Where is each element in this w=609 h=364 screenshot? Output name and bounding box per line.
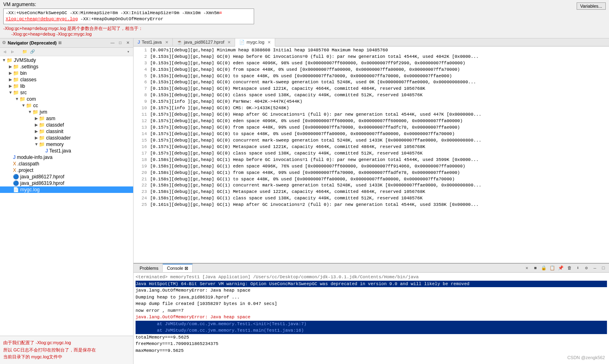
arrow-down-btn[interactable]: ⬇ <box>574 265 581 272</box>
line-number: 12 <box>136 118 147 125</box>
toggle-jvmstudy[interactable]: ▼ <box>2 58 6 62</box>
minimize-console-btn[interactable]: — <box>591 265 598 272</box>
bottom-tabs: Problems Console ⊠ ✕ ■ 🔒 📋 📌 🗑 ⬇ ⚙ — □ <box>134 264 609 273</box>
toggle-jvm[interactable]: ▼ <box>28 110 32 114</box>
stop-btn[interactable]: ■ <box>532 265 539 272</box>
maximize-icon[interactable]: □ <box>117 40 123 46</box>
tree-item-test1java[interactable]: J Test1.java <box>0 148 133 154</box>
java-file-icon: J <box>45 148 48 154</box>
tab-problems[interactable]: Problems <box>136 265 163 272</box>
tree-item-hprof1[interactable]: 🔵 java_pid86127.hprof <box>0 174 133 180</box>
tree-item-mygclog[interactable]: 📄 mygc.log <box>0 186 133 193</box>
tab-console[interactable]: Console ⊠ <box>163 264 192 272</box>
tree-item-asm[interactable]: ▶ 📁 asm <box>0 115 133 122</box>
minimize-icon[interactable]: — <box>109 40 116 46</box>
code-line: 4[0.153s][debug][gc,heap] GC(0) from spa… <box>134 67 609 73</box>
tree-item-hprof2[interactable]: 🔵 java_pid86319.hprof <box>0 180 133 186</box>
toggle-classdef[interactable]: ▶ <box>34 123 39 127</box>
toggle-src[interactable]: ▼ <box>8 90 13 95</box>
close-console-btn[interactable]: ✕ <box>523 265 530 272</box>
tree-item-classdef[interactable]: ▶ 📁 classdef <box>0 122 133 128</box>
line-number: 7 <box>136 86 147 92</box>
paste-btn[interactable]: 📌 <box>557 265 564 272</box>
toggle-classinit[interactable]: ▶ <box>34 129 39 133</box>
toggle-memory[interactable]: ▼ <box>34 142 39 146</box>
line-text: [0.161s][debug][gc,heap] GC(1) Heap afte… <box>150 202 479 208</box>
tree-item-src[interactable]: ▼ 📁 src <box>0 89 133 96</box>
tree-item-classloader[interactable]: ▶ 📁 classloader <box>0 135 133 141</box>
toggle-classloader[interactable]: ▶ <box>34 135 39 140</box>
settings-btn[interactable]: ⚙ <box>583 265 590 272</box>
tree-label: cc <box>33 103 38 108</box>
tree-item-project[interactable]: X .project <box>0 167 133 174</box>
tab-hprof[interactable]: ☕ java_pid86127.hprof ✕ <box>173 38 236 46</box>
collapse-icon[interactable]: 📁 <box>21 49 28 55</box>
console-line: java.lang.OutOfMemoryError: Java heap sp… <box>136 314 607 321</box>
line-text: [0.157s][debug][gc,heap] GC(0) to space … <box>150 131 455 138</box>
tree-item-classpath[interactable]: X .classpath <box>0 161 133 167</box>
toggle-classes[interactable]: ▶ <box>8 77 13 82</box>
tree-item-bin[interactable]: ▶ 📁 bin <box>0 70 133 76</box>
tree-item-lib[interactable]: ▶ 📁 lib <box>0 83 133 89</box>
line-number: 23 <box>136 189 147 195</box>
console-content[interactable]: <terminated> memoryTest1 [Java Applicati… <box>134 273 609 364</box>
code-line: 25[0.161s][debug][gc,heap] GC(1) Heap af… <box>134 202 609 208</box>
folder-icon: 📁 <box>13 64 19 70</box>
editor-content[interactable]: 1[0.007s][debug][gc,heap] Minimum heap 8… <box>134 47 609 263</box>
code-line: 17[0.157s][debug][gc,heap] GC(0) class s… <box>134 150 609 157</box>
tab-close-hprof[interactable]: ✕ <box>227 40 231 44</box>
left-panel: ⚙ Navigator (Deprecated) ⊠ — □ ✕ ◁ ▷ 📁 🔗… <box>0 38 134 364</box>
tree-item-settings[interactable]: ▶ 📁 .settings <box>0 63 133 70</box>
vm-args-box[interactable]: -XX:+UseConcMarkSweepGC -XX:MinHeapSize=… <box>3 8 254 24</box>
tree-label: classloader <box>46 135 71 141</box>
log-file-icon: 📄 <box>13 187 19 193</box>
clear-btn[interactable]: 🗑 <box>566 265 573 272</box>
java-file-icon2: J <box>13 154 16 160</box>
code-line: 5[0.153s][debug][gc,heap] GC(0) to space… <box>134 73 609 80</box>
tab-close-test1[interactable]: ✕ <box>165 40 168 44</box>
toggle-com[interactable]: ▼ <box>15 97 19 101</box>
toggle-settings[interactable]: ▶ <box>8 64 13 69</box>
maximize-console-btn[interactable]: □ <box>600 265 607 272</box>
tab-hprof-icon: ☕ <box>177 40 182 45</box>
scroll-lock-btn[interactable]: 🔒 <box>540 265 547 272</box>
tab-mygclog[interactable]: 📄 mygc.log ✕ <box>235 38 275 47</box>
folder-icon: 📁 <box>39 142 45 147</box>
tree-item-jvm[interactable]: ▼ 📁 jvm <box>0 109 133 115</box>
tree-item-classes[interactable]: ▶ 📁 classes <box>0 76 133 83</box>
tab-label: java_pid86127.hprof <box>184 40 225 44</box>
tree-item-com[interactable]: ▼ 📁 com <box>0 96 133 102</box>
copy-btn[interactable]: 📋 <box>549 265 556 272</box>
menu-icon[interactable]: ▾ <box>125 49 132 55</box>
tree-label: java_pid86319.hprof <box>20 180 64 186</box>
tree-label: bin <box>20 70 27 76</box>
vm-args-sub: -Xlog:gc+heap=debug -Xlog:gc:mygc.log <box>11 32 577 36</box>
toggle-cc[interactable]: ▼ <box>21 103 26 108</box>
link-icon[interactable]: 🔗 <box>29 49 36 55</box>
code-line: 8[0.153s][debug][gc,heap] GC(0) class sp… <box>134 92 609 99</box>
line-number: 8 <box>136 92 147 99</box>
tree-label: java_pid86127.hprof <box>20 174 64 180</box>
tree-item-moduleinfo[interactable]: J module-info.java <box>0 154 133 161</box>
tree-item-cc[interactable]: ▼ 📁 cc <box>0 102 133 109</box>
code-line: 16[0.157s][debug][gc,heap] GC(0) Metaspa… <box>134 144 609 150</box>
tree-label: classes <box>20 77 36 83</box>
navigator-title: Navigator (Deprecated) <box>8 40 57 45</box>
tree-item-classinit[interactable]: ▶ 📁 classinit <box>0 128 133 135</box>
variables-button[interactable]: Variables... <box>577 2 606 10</box>
toggle-asm[interactable]: ▶ <box>34 116 39 121</box>
watermark: CSDN @zengk562 <box>567 355 605 360</box>
toggle-lib[interactable]: ▶ <box>8 84 13 88</box>
line-number: 6 <box>136 79 147 86</box>
close-icon[interactable]: ✕ <box>125 40 131 46</box>
line-number: 5 <box>136 73 147 80</box>
tree-item-jvmstudy[interactable]: ▼ 📁 JVMStudy <box>0 57 133 63</box>
tree-item-memory[interactable]: ▼ 📁 memory <box>0 141 133 148</box>
tab-test1java[interactable]: J Test1.java ✕ <box>134 38 173 46</box>
toggle-bin[interactable]: ▶ <box>8 71 13 75</box>
tab-close-mygclog[interactable]: ✕ <box>267 40 271 44</box>
back-icon[interactable]: ◁ <box>2 49 8 55</box>
xml-file-icon2: X <box>13 167 16 173</box>
code-line: 22[0.158s][debug][gc,heap] GC(1) concurr… <box>134 182 609 189</box>
forward-icon[interactable]: ▷ <box>9 49 16 55</box>
